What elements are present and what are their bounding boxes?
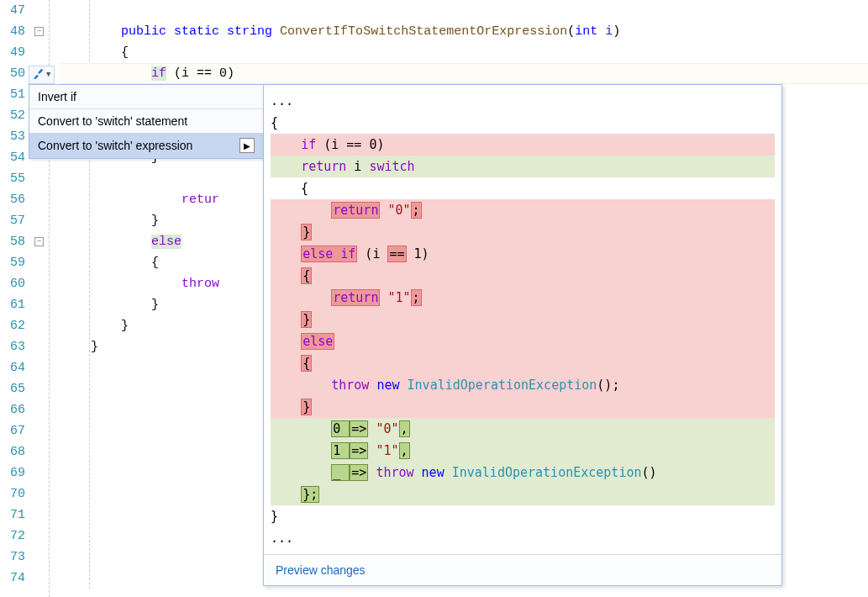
fold-toggle-icon[interactable]: − bbox=[34, 237, 44, 246]
menu-item-label: Convert to 'switch' statement bbox=[38, 114, 187, 128]
line-number: 73 bbox=[0, 547, 25, 568]
line-number: 64 bbox=[0, 357, 25, 378]
line-number: 74 bbox=[0, 568, 25, 589]
line-number: 66 bbox=[0, 399, 25, 420]
line-number: 55 bbox=[0, 168, 25, 189]
diff-removed-line: return "0"; bbox=[271, 199, 775, 221]
diff-preview-body: ... { if (i == 0) return i switch { retu… bbox=[264, 85, 781, 554]
ellipsis: ... bbox=[271, 527, 775, 549]
preview-changes-link[interactable]: Preview changes bbox=[264, 554, 781, 585]
line-number: 54 bbox=[0, 147, 25, 168]
line-number: 56 bbox=[0, 189, 25, 210]
line-number: 70 bbox=[0, 483, 25, 505]
line-numbers: 4748495051525354555657585960616263646566… bbox=[0, 0, 32, 597]
diff-removed-line: { bbox=[271, 265, 775, 287]
quick-action-button[interactable]: ▼ bbox=[29, 66, 55, 84]
diff-removed-line: { bbox=[271, 352, 775, 374]
diff-removed-line: if (i == 0) bbox=[271, 134, 775, 156]
line-number: 47 bbox=[0, 0, 25, 21]
diff-removed-line: else if (i == 1) bbox=[271, 243, 775, 265]
menu-item-label: Invert if bbox=[38, 90, 76, 103]
menu-item-convert-switch-expression[interactable]: Convert to 'switch' expression▶ bbox=[29, 133, 263, 158]
diff-removed-line: } bbox=[271, 221, 775, 243]
line-number: 49 bbox=[0, 42, 25, 63]
line-number: 59 bbox=[0, 252, 25, 273]
method-signature: public static string ConvertIfToSwitchSt… bbox=[60, 21, 868, 42]
diff-added-line: 0 => "0", bbox=[271, 418, 775, 440]
line-number: 51 bbox=[0, 84, 25, 105]
diff-removed-line: } bbox=[271, 396, 775, 418]
line-number: 50 bbox=[0, 63, 25, 84]
code-line-if: if (i == 0) bbox=[60, 63, 868, 84]
line-number: 58 bbox=[0, 231, 25, 252]
line-number: 68 bbox=[0, 441, 25, 462]
line-number: 53 bbox=[0, 126, 25, 147]
diff-removed-line: throw new InvalidOperationException(); bbox=[271, 374, 775, 396]
diff-preview-panel: ... { if (i == 0) return i switch { retu… bbox=[263, 84, 782, 586]
chevron-down-icon: ▼ bbox=[46, 71, 50, 79]
line-number: 48 bbox=[0, 21, 25, 42]
diff-removed-line: return "1"; bbox=[271, 287, 775, 309]
line-number: 65 bbox=[0, 378, 25, 399]
ellipsis: ... bbox=[271, 90, 775, 112]
menu-item-label: Convert to 'switch' expression bbox=[38, 139, 192, 152]
diff-added-line: return i switch bbox=[271, 156, 775, 177]
line-number: 52 bbox=[0, 105, 25, 126]
chevron-right-icon[interactable]: ▶ bbox=[239, 138, 255, 153]
line-number: 71 bbox=[0, 505, 25, 526]
diff-added-line: }; bbox=[271, 483, 775, 505]
menu-item-invert-if[interactable]: Invert if bbox=[29, 85, 263, 109]
diff-added-line: 1 => "1", bbox=[271, 440, 775, 462]
line-number: 61 bbox=[0, 294, 25, 315]
diff-added-line: _ => throw new InvalidOperationException… bbox=[271, 462, 775, 483]
line-number: 62 bbox=[0, 315, 25, 336]
fold-toggle-icon[interactable]: − bbox=[34, 27, 44, 36]
brace-open: { bbox=[60, 42, 868, 63]
line-number: 72 bbox=[0, 526, 25, 547]
diff-removed-line: else bbox=[271, 330, 775, 352]
menu-item-convert-switch-statement[interactable]: Convert to 'switch' statement bbox=[29, 109, 263, 133]
line-number: 57 bbox=[0, 210, 25, 231]
line-number: 69 bbox=[0, 462, 25, 483]
quick-actions-menu: Invert ifConvert to 'switch' statementCo… bbox=[29, 84, 264, 159]
line-number: 60 bbox=[0, 273, 25, 294]
screwdriver-icon bbox=[33, 67, 45, 82]
line-number: 67 bbox=[0, 420, 25, 441]
line-number: 63 bbox=[0, 336, 25, 357]
diff-removed-line: } bbox=[271, 309, 775, 330]
